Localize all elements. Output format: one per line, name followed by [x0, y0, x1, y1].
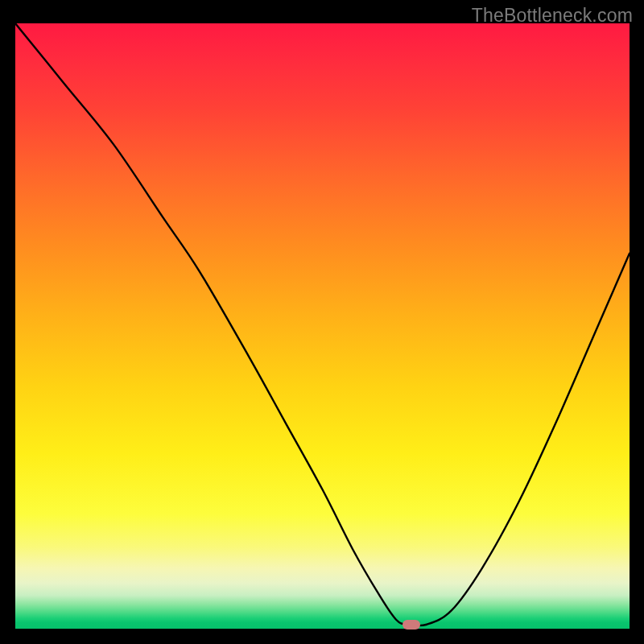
optimum-marker: [402, 620, 420, 630]
watermark-label: TheBottleneck.com: [472, 5, 633, 27]
plot-area: [15, 23, 630, 629]
bottleneck-curve: [15, 23, 630, 629]
chart-stage: TheBottleneck.com: [0, 0, 644, 644]
